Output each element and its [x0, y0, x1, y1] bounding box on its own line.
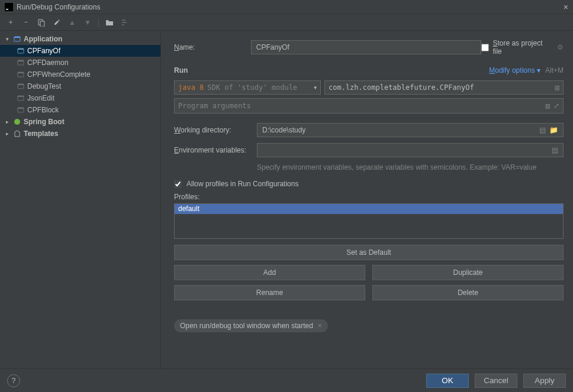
gear-icon[interactable]: ⚙: [557, 43, 564, 51]
tree-label: CPFWhenComplete: [27, 70, 91, 79]
svg-rect-5: [14, 37, 20, 38]
tree-item-cpfblock[interactable]: CPFBlock: [0, 104, 160, 116]
name-input[interactable]: [251, 40, 482, 54]
tree-item-cpfdaemon[interactable]: CPFDaemon: [0, 57, 160, 69]
cancel-button[interactable]: Cancel: [475, 374, 517, 388]
ok-button[interactable]: OK: [426, 374, 469, 388]
apply-button[interactable]: Apply: [523, 374, 566, 388]
add-config-button[interactable]: ＋: [6, 17, 15, 27]
tag-text: Open run/debug tool window when started: [180, 322, 313, 330]
tree-item-cpfwhencomplete[interactable]: CPFWhenComplete: [0, 69, 160, 80]
program-arguments-field[interactable]: Program arguments ▤ ⤢: [174, 98, 564, 114]
working-dir-input[interactable]: D:\code\study ▤ 📁: [257, 123, 564, 137]
add-profile-button[interactable]: Add: [174, 265, 365, 280]
svg-rect-3: [40, 21, 44, 27]
name-label: Name:: [174, 43, 251, 51]
sort-button[interactable]: [120, 19, 130, 26]
svg-rect-11: [18, 72, 24, 73]
move-down-button[interactable]: ▼: [83, 18, 92, 27]
tree-item-cpfanyof[interactable]: CPFanyOf: [0, 45, 160, 57]
tree-label: DebugTest: [27, 82, 61, 90]
application-icon: [17, 82, 25, 90]
tree-node-application[interactable]: ▾ Application: [0, 33, 160, 45]
svg-rect-7: [18, 48, 24, 50]
config-toolbar: ＋ － ▲ ▼: [0, 14, 573, 31]
tree-label: CPFBlock: [27, 106, 59, 114]
jre-row: java 8 SDK of 'study' module ▼ com.lzh.c…: [174, 80, 564, 95]
config-tree: ▾ Application CPFanyOf CPFDaemon CPFWhen…: [0, 31, 161, 368]
close-icon[interactable]: ×: [564, 2, 568, 12]
rename-profile-button[interactable]: Rename: [174, 285, 365, 300]
titlebar: Run/Debug Configurations ×: [0, 0, 573, 14]
svg-point-18: [14, 119, 20, 125]
tree-node-templates[interactable]: ▸ Templates: [0, 128, 160, 140]
move-up-button[interactable]: ▲: [67, 18, 77, 27]
main-class-field[interactable]: com.lzh.completablefuture.CPFanyOf ▤: [324, 80, 564, 95]
profiles-list[interactable]: default: [174, 203, 564, 239]
duplicate-profile-button[interactable]: Duplicate: [372, 265, 564, 280]
program-arguments-placeholder: Program arguments: [178, 102, 251, 110]
config-form: Name: Store as project file ⚙ Run Modify…: [161, 31, 573, 368]
remove-config-button[interactable]: －: [21, 17, 31, 27]
delete-profile-button[interactable]: Delete: [372, 285, 564, 300]
window-title: Run/Debug Configurations: [17, 3, 564, 11]
name-row: Name: Store as project file ⚙: [174, 39, 564, 56]
set-default-button[interactable]: Set as Default: [174, 245, 564, 260]
tree-label: JsonEdit: [27, 94, 54, 102]
working-dir-label: Working directory:: [174, 126, 257, 134]
folder-icon[interactable]: 📁: [549, 126, 558, 134]
jre-suffix: SDK of 'study' module: [207, 83, 314, 92]
profile-item-default[interactable]: default: [175, 204, 563, 214]
svg-rect-17: [18, 108, 24, 109]
intellij-icon: [5, 3, 13, 11]
tree-label: Application: [24, 35, 62, 43]
application-icon: [17, 59, 25, 67]
application-icon: [17, 70, 25, 79]
dialog-buttons: ? OK Cancel Apply: [0, 368, 573, 392]
list-icon[interactable]: ▤: [552, 146, 558, 154]
env-input[interactable]: ▤: [257, 143, 564, 157]
edit-config-button[interactable]: [52, 18, 62, 27]
modify-shortcut: Alt+M: [545, 66, 564, 74]
remove-tag-icon[interactable]: ×: [318, 322, 322, 330]
application-icon: [17, 94, 25, 102]
list-icon[interactable]: ▤: [546, 102, 550, 110]
tree-node-springboot[interactable]: ▸ Spring Boot: [0, 116, 160, 128]
store-checkbox[interactable]: [481, 44, 489, 51]
working-dir-row: Working directory: D:\code\study ▤ 📁: [174, 123, 564, 137]
modify-options-link[interactable]: Modify options ▾: [489, 66, 540, 74]
svg-rect-1: [6, 9, 8, 10]
application-icon: [13, 35, 21, 43]
help-button[interactable]: ?: [7, 374, 20, 387]
allow-profiles-row[interactable]: Allow profiles in Run Configurations: [174, 180, 564, 188]
tree-label: Templates: [24, 129, 58, 138]
tree-label: CPFDaemon: [27, 59, 68, 67]
copy-config-button[interactable]: [37, 18, 46, 27]
open-tool-window-tag[interactable]: Open run/debug tool window when started …: [174, 319, 328, 332]
folder-button[interactable]: [105, 19, 114, 26]
tree-item-jsonedit[interactable]: JsonEdit: [0, 92, 160, 104]
svg-rect-9: [18, 60, 24, 61]
run-title: Run: [174, 66, 188, 74]
env-row: Environment variables: ▤: [174, 143, 564, 157]
env-label: Environment variables:: [174, 146, 257, 154]
jre-combo[interactable]: java 8 SDK of 'study' module ▼: [174, 80, 321, 95]
svg-rect-15: [18, 96, 24, 97]
templates-icon: [13, 129, 21, 138]
application-icon: [17, 47, 25, 55]
jre-prefix: java 8: [178, 83, 204, 92]
list-icon[interactable]: ▤: [539, 126, 546, 134]
list-icon[interactable]: ▤: [555, 83, 559, 92]
expand-icon[interactable]: ⤢: [553, 102, 559, 110]
tree-item-debugtest[interactable]: DebugTest: [0, 80, 160, 92]
tree-label: CPFanyOf: [27, 47, 60, 55]
expand-icon: ▸: [6, 119, 13, 125]
application-icon: [17, 106, 25, 114]
store-as-project-file[interactable]: Store as project file ⚙: [481, 39, 564, 56]
spring-icon: [13, 118, 21, 126]
allow-profiles-checkbox[interactable]: [174, 180, 182, 188]
svg-rect-0: [5, 3, 13, 11]
chevron-down-icon: ▼: [314, 85, 317, 90]
tree-label: Spring Boot: [24, 118, 65, 126]
profiles-label: Profiles:: [174, 193, 564, 201]
